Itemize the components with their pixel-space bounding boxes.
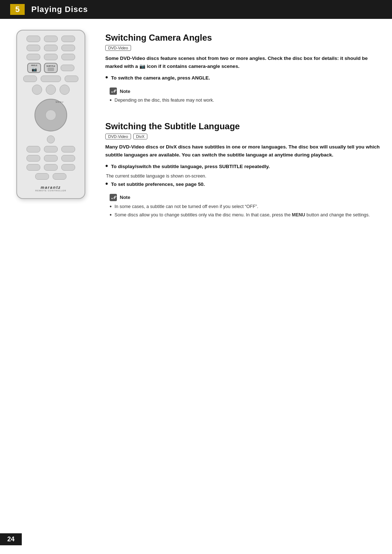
remote-btn-28 bbox=[53, 173, 66, 180]
remote-btn-6 bbox=[61, 45, 75, 51]
bullet-dot-3: • bbox=[105, 180, 108, 188]
remote-btn-1 bbox=[26, 36, 40, 42]
angle-icon: 📷 bbox=[32, 67, 37, 72]
badge-dvd-video-1: DVD-Video bbox=[105, 45, 131, 51]
remote-btn-3 bbox=[61, 36, 75, 42]
section2-note-text-2: Some discs allow you to change subtitles… bbox=[115, 212, 377, 219]
section1-bullet1-text: To switch the camera angle, press ANGLE. bbox=[111, 74, 210, 82]
remote-btn-8 bbox=[44, 54, 58, 60]
remote-btn-7 bbox=[26, 54, 40, 60]
section2-badges: DVD-Video DivX bbox=[105, 134, 381, 139]
remote-btn-25 bbox=[44, 164, 58, 171]
remote-btn-14 bbox=[32, 85, 42, 95]
remote-brand: marantz REMOTE CONTROLLER bbox=[35, 185, 66, 192]
section1-note-header: 𝒩 Note bbox=[110, 87, 377, 95]
remote-btn-16 bbox=[60, 85, 70, 95]
bullet-dot-1: • bbox=[105, 73, 108, 81]
remote-row-2 bbox=[26, 45, 75, 51]
remote-row-7 bbox=[47, 135, 55, 143]
section2-note-label: Note bbox=[120, 195, 130, 200]
remote-btn-2 bbox=[44, 36, 58, 42]
remote-row-8 bbox=[26, 146, 75, 152]
section-divider bbox=[105, 112, 381, 118]
note-icon-2: 𝒩 bbox=[110, 194, 117, 201]
section1-note: 𝒩 Note • Depending on the disc, this fea… bbox=[105, 85, 381, 107]
section1-intro: Some DVD-Video discs feature scenes shot… bbox=[105, 54, 381, 70]
remote-row-1 bbox=[26, 36, 75, 42]
remote-row-3 bbox=[26, 54, 75, 60]
chapter-number: 5 bbox=[10, 4, 25, 15]
section-subtitle-language: Switching the Subtitle Language DVD-Vide… bbox=[105, 118, 381, 226]
remote-btn-12 bbox=[41, 76, 61, 82]
section2-note-item-1: • In some cases, a subtitle can not be t… bbox=[110, 203, 377, 210]
remote-btn-18 bbox=[26, 146, 40, 152]
remote-btn-4 bbox=[26, 45, 40, 51]
remote-btn-11 bbox=[23, 76, 37, 82]
section1-note-item-1: • Depending on the disc, this feature ma… bbox=[110, 97, 377, 104]
page-content: ANGLE 📷 SUBTITLE bbox=[0, 19, 392, 237]
remote-btn-21 bbox=[26, 155, 40, 162]
remote-row-9 bbox=[26, 155, 75, 162]
remote-btn-24 bbox=[26, 164, 40, 171]
nav-cluster: MENU bbox=[34, 99, 67, 131]
brand-name: marantz bbox=[35, 185, 66, 190]
section2-note-text-1: In some cases, a subtitle can not be tur… bbox=[115, 203, 377, 210]
remote-row-11 bbox=[35, 173, 66, 180]
remote-btn-20 bbox=[61, 146, 75, 152]
bullet-dot-2: • bbox=[105, 162, 108, 170]
remote-btn-19 bbox=[44, 146, 58, 152]
nav-center-button bbox=[45, 110, 56, 121]
section1-title: Switching Camera Angles bbox=[105, 33, 381, 43]
section2-note: 𝒩 Note • In some cases, a subtitle can n… bbox=[105, 191, 381, 221]
angle-button: ANGLE 📷 bbox=[27, 63, 41, 73]
section2-intro: Many DVD-Video discs or DivX discs have … bbox=[105, 143, 381, 159]
remote-btn-17 bbox=[47, 135, 55, 143]
remote-btn-13 bbox=[65, 76, 78, 82]
badge-divx: DivX bbox=[133, 134, 147, 139]
subtitle-button: SUBTITLE bbox=[44, 63, 58, 73]
page-number: 24 bbox=[0, 533, 22, 545]
remote-row-10 bbox=[26, 164, 75, 171]
section2-bullet2-text: To set subtitle preferences, see page 50… bbox=[111, 181, 205, 188]
section2-bullet1: • To display/switch the subtitle languag… bbox=[105, 163, 381, 170]
subtitle-icon bbox=[48, 68, 54, 71]
current-lang-note: The current subtitle language is shown o… bbox=[106, 174, 381, 179]
remote-row-5 bbox=[23, 76, 78, 82]
section1-badges: DVD-Video bbox=[105, 45, 381, 51]
menu-label: MENU bbox=[56, 101, 64, 103]
camera-angle-icon: 📷 bbox=[139, 64, 146, 69]
note-bullet-3: • bbox=[110, 212, 112, 218]
note-bullet-1: • bbox=[110, 97, 112, 103]
section2-note-header: 𝒩 Note bbox=[110, 194, 377, 201]
chapter-title: Playing Discs bbox=[31, 5, 88, 14]
section1-note-label: Note bbox=[120, 89, 130, 94]
note-icon-1: 𝒩 bbox=[110, 87, 117, 95]
section2-bullet2: • To set subtitle preferences, see page … bbox=[105, 181, 381, 188]
remote-btn-27 bbox=[35, 173, 49, 180]
remote-btn-22 bbox=[44, 155, 58, 162]
remote-btn-26 bbox=[61, 164, 75, 171]
subtitle-label: SUBTITLE bbox=[46, 65, 55, 67]
badge-dvd-video-2: DVD-Video bbox=[105, 134, 131, 139]
section1-note-text-1: Depending on the disc, this feature may … bbox=[115, 97, 377, 104]
note-bullet-2: • bbox=[110, 204, 112, 209]
section1-bullet1: • To switch the camera angle, press ANGL… bbox=[105, 74, 381, 82]
page-header: 5 Playing Discs bbox=[0, 0, 392, 19]
section2-note-item-2: • Some discs allow you to change subtitl… bbox=[110, 212, 377, 219]
angle-label: ANGLE bbox=[31, 64, 37, 66]
remote-row-6 bbox=[32, 85, 70, 95]
section-camera-angles: Switching Camera Angles DVD-Video Some D… bbox=[105, 30, 381, 112]
remote-column: ANGLE 📷 SUBTITLE bbox=[11, 30, 91, 226]
remote-btn-15 bbox=[46, 85, 56, 95]
section2-bullet1-text: To display/switch the subtitle language,… bbox=[111, 163, 270, 170]
remote-btn-5 bbox=[44, 45, 58, 51]
remote-btn-9 bbox=[61, 54, 75, 60]
remote-control: ANGLE 📷 SUBTITLE bbox=[16, 30, 85, 199]
remote-btn-23 bbox=[61, 155, 75, 162]
brand-subtitle: REMOTE CONTROLLER bbox=[35, 190, 66, 192]
remote-row-special: ANGLE 📷 SUBTITLE bbox=[27, 63, 74, 73]
remote-btn-10 bbox=[61, 65, 74, 71]
section2-title: Switching the Subtitle Language bbox=[105, 121, 381, 131]
content-column: Switching Camera Angles DVD-Video Some D… bbox=[105, 30, 381, 226]
